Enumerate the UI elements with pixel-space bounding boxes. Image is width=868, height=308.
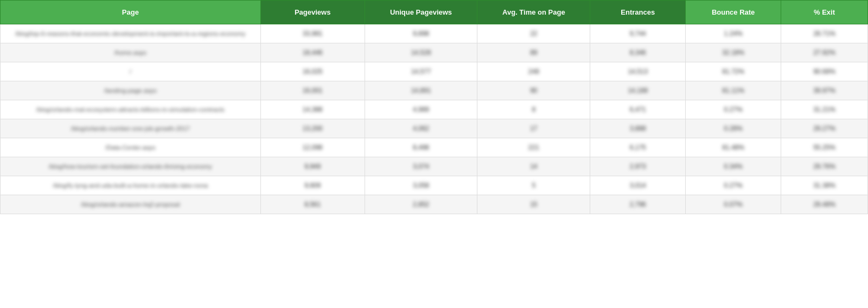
- table-row: /home.aspx18,44614,528898,34632.18%27.92…: [1, 43, 868, 62]
- table-row: /blog/how-tourism-set-foundation-orlando…: [1, 157, 868, 176]
- header-entrances: Entrances: [590, 1, 686, 24]
- cell-entrances: 14,513: [590, 62, 686, 81]
- table-row: /blog/fy-tyng-and-uda-built-a-home-in-or…: [1, 176, 868, 195]
- cell-unique: 14,528: [365, 43, 477, 62]
- table-row: /blog/orlando-amazon-hq2-proposal8,5612,…: [1, 195, 868, 214]
- cell-avg-time: 14: [477, 157, 590, 176]
- header-avg-time: Avg. Time on Page: [477, 1, 590, 24]
- cell-entrances: 3,014: [590, 176, 686, 195]
- cell-pageviews: 9,609: [260, 176, 365, 195]
- cell-avg-time: 15: [477, 195, 590, 214]
- cell-exit: 90.68%: [781, 62, 868, 81]
- header-exit: % Exit: [781, 1, 868, 24]
- cell-exit: 39.97%: [781, 81, 868, 100]
- cell-bounce-rate: 81.11%: [686, 81, 781, 100]
- cell-page: /home.aspx: [1, 43, 261, 62]
- cell-bounce-rate: 1.24%: [686, 24, 781, 43]
- table-row: /Data-Center.aspx12,0988,4982216,17581.4…: [1, 138, 868, 157]
- cell-entrances: 2,796: [590, 195, 686, 214]
- cell-pageviews: 18,446: [260, 43, 365, 62]
- cell-avg-time: 89: [477, 43, 590, 62]
- cell-unique: 2,852: [365, 195, 477, 214]
- cell-bounce-rate: 0.07%: [686, 195, 781, 214]
- cell-avg-time: 221: [477, 138, 590, 157]
- cell-avg-time: 17: [477, 119, 590, 138]
- cell-bounce-rate: 81.72%: [686, 62, 781, 81]
- cell-page: /blog/orlando-amazon-hq2-proposal: [1, 195, 261, 214]
- cell-exit: 31.21%: [781, 100, 868, 119]
- table-row: /landing-page.aspx16,00114,8919014,18881…: [1, 81, 868, 100]
- cell-pageviews: 16,001: [260, 81, 365, 100]
- cell-exit: 31.38%: [781, 176, 868, 195]
- cell-page: /Data-Center.aspx: [1, 138, 261, 157]
- cell-avg-time: 8: [477, 100, 590, 119]
- cell-unique: 3,074: [365, 157, 477, 176]
- cell-pageviews: 16,025: [260, 62, 365, 81]
- cell-unique: 14,577: [365, 62, 477, 81]
- cell-avg-time: 248: [477, 62, 590, 81]
- table-row: /blog/orlando-number-one-job-growth-2017…: [1, 119, 868, 138]
- cell-bounce-rate: 32.18%: [686, 43, 781, 62]
- cell-entrances: 6,471: [590, 100, 686, 119]
- cell-unique: 4,062: [365, 119, 477, 138]
- cell-bounce-rate: 0.27%: [686, 176, 781, 195]
- cell-entrances: 14,188: [590, 81, 686, 100]
- cell-bounce-rate: 0.28%: [686, 119, 781, 138]
- table-row: /blog/top-6-reasons-that-economic-develo…: [1, 24, 868, 43]
- header-unique-pageviews: Unique Pageviews: [365, 1, 477, 24]
- cell-pageviews: 12,098: [260, 138, 365, 157]
- cell-entrances: 8,346: [590, 43, 686, 62]
- table-row: /blog/orlando-mal-ecosystem-attracts-bil…: [1, 100, 868, 119]
- cell-page: /blog/how-tourism-set-foundation-orlando…: [1, 157, 261, 176]
- cell-page: /blog/orlando-number-one-job-growth-2017: [1, 119, 261, 138]
- cell-exit: 29.27%: [781, 119, 868, 138]
- cell-avg-time: 5: [477, 176, 590, 195]
- cell-page: /landing-page.aspx: [1, 81, 261, 100]
- header-bounce-rate: Bounce Rate: [686, 1, 781, 24]
- cell-unique: 14,891: [365, 81, 477, 100]
- cell-exit: 29.48%: [781, 195, 868, 214]
- table-row: /16,02514,57724814,51381.72%90.68%: [1, 62, 868, 81]
- cell-unique: 8,498: [365, 138, 477, 157]
- cell-entrances: 3,888: [590, 119, 686, 138]
- cell-entrances: 6,175: [590, 138, 686, 157]
- cell-page: /blog/top-6-reasons-that-economic-develo…: [1, 24, 261, 43]
- cell-entrances: 9,744: [590, 24, 686, 43]
- cell-page: /blog/orlando-mal-ecosystem-attracts-bil…: [1, 100, 261, 119]
- cell-page: /: [1, 62, 261, 81]
- cell-entrances: 2,973: [590, 157, 686, 176]
- header-pageviews: Pageviews: [260, 1, 365, 24]
- cell-pageviews: 9,949: [260, 157, 365, 176]
- cell-pageviews: 8,561: [260, 195, 365, 214]
- cell-exit: 55.25%: [781, 138, 868, 157]
- cell-exit: 28.71%: [781, 24, 868, 43]
- cell-page: /blog/fy-tyng-and-uda-built-a-home-in-or…: [1, 176, 261, 195]
- cell-unique: 3,058: [365, 176, 477, 195]
- cell-unique: 4,989: [365, 100, 477, 119]
- cell-avg-time: 90: [477, 81, 590, 100]
- cell-pageviews: 13,200: [260, 119, 365, 138]
- cell-avg-time: 22: [477, 24, 590, 43]
- cell-bounce-rate: 0.34%: [686, 157, 781, 176]
- cell-exit: 27.92%: [781, 43, 868, 62]
- cell-pageviews: 33,981: [260, 24, 365, 43]
- cell-pageviews: 14,388: [260, 100, 365, 119]
- cell-exit: 29.76%: [781, 157, 868, 176]
- cell-bounce-rate: 0.27%: [686, 100, 781, 119]
- cell-bounce-rate: 81.48%: [686, 138, 781, 157]
- analytics-table: Page Pageviews Unique Pageviews Avg. Tim…: [0, 0, 868, 214]
- header-page: Page: [1, 1, 261, 24]
- cell-unique: 9,898: [365, 24, 477, 43]
